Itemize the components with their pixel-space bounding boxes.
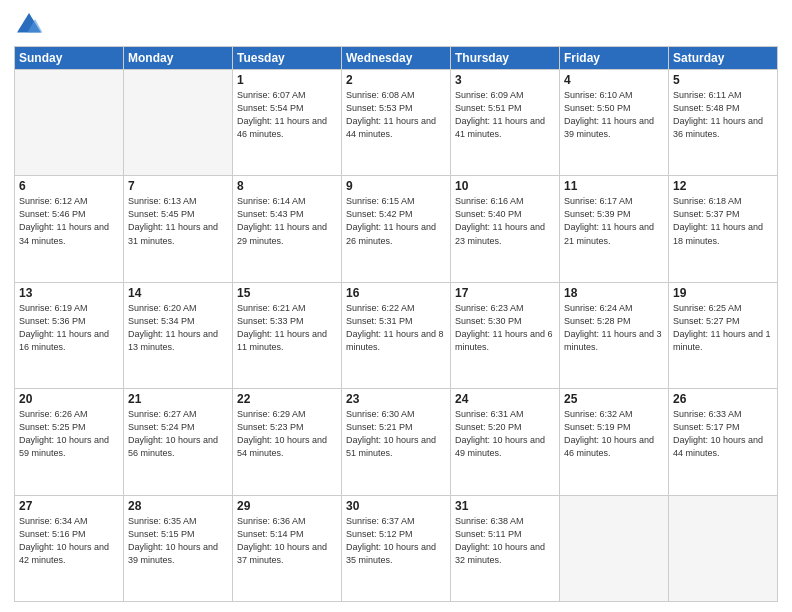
day-number: 22 bbox=[237, 392, 337, 406]
day-info: Sunrise: 6:29 AM Sunset: 5:23 PM Dayligh… bbox=[237, 408, 337, 460]
calendar-day-cell: 7Sunrise: 6:13 AM Sunset: 5:45 PM Daylig… bbox=[124, 176, 233, 282]
day-info: Sunrise: 6:23 AM Sunset: 5:30 PM Dayligh… bbox=[455, 302, 555, 354]
day-number: 7 bbox=[128, 179, 228, 193]
day-number: 18 bbox=[564, 286, 664, 300]
day-number: 21 bbox=[128, 392, 228, 406]
calendar-day-cell: 23Sunrise: 6:30 AM Sunset: 5:21 PM Dayli… bbox=[342, 389, 451, 495]
day-info: Sunrise: 6:18 AM Sunset: 5:37 PM Dayligh… bbox=[673, 195, 773, 247]
weekday-header: Friday bbox=[560, 47, 669, 70]
day-info: Sunrise: 6:35 AM Sunset: 5:15 PM Dayligh… bbox=[128, 515, 228, 567]
day-info: Sunrise: 6:22 AM Sunset: 5:31 PM Dayligh… bbox=[346, 302, 446, 354]
calendar-day-cell: 31Sunrise: 6:38 AM Sunset: 5:11 PM Dayli… bbox=[451, 495, 560, 601]
calendar-day-cell: 14Sunrise: 6:20 AM Sunset: 5:34 PM Dayli… bbox=[124, 282, 233, 388]
day-number: 19 bbox=[673, 286, 773, 300]
day-info: Sunrise: 6:07 AM Sunset: 5:54 PM Dayligh… bbox=[237, 89, 337, 141]
day-info: Sunrise: 6:27 AM Sunset: 5:24 PM Dayligh… bbox=[128, 408, 228, 460]
day-number: 1 bbox=[237, 73, 337, 87]
day-info: Sunrise: 6:20 AM Sunset: 5:34 PM Dayligh… bbox=[128, 302, 228, 354]
day-info: Sunrise: 6:36 AM Sunset: 5:14 PM Dayligh… bbox=[237, 515, 337, 567]
calendar-day-cell: 21Sunrise: 6:27 AM Sunset: 5:24 PM Dayli… bbox=[124, 389, 233, 495]
day-number: 26 bbox=[673, 392, 773, 406]
day-number: 29 bbox=[237, 499, 337, 513]
day-info: Sunrise: 6:34 AM Sunset: 5:16 PM Dayligh… bbox=[19, 515, 119, 567]
day-number: 12 bbox=[673, 179, 773, 193]
day-number: 5 bbox=[673, 73, 773, 87]
calendar-week-row: 27Sunrise: 6:34 AM Sunset: 5:16 PM Dayli… bbox=[15, 495, 778, 601]
day-info: Sunrise: 6:14 AM Sunset: 5:43 PM Dayligh… bbox=[237, 195, 337, 247]
day-info: Sunrise: 6:13 AM Sunset: 5:45 PM Dayligh… bbox=[128, 195, 228, 247]
day-number: 24 bbox=[455, 392, 555, 406]
calendar-week-row: 6Sunrise: 6:12 AM Sunset: 5:46 PM Daylig… bbox=[15, 176, 778, 282]
logo bbox=[14, 10, 46, 40]
calendar-day-cell bbox=[560, 495, 669, 601]
logo-icon bbox=[14, 10, 44, 40]
calendar-day-cell: 9Sunrise: 6:15 AM Sunset: 5:42 PM Daylig… bbox=[342, 176, 451, 282]
calendar-day-cell: 6Sunrise: 6:12 AM Sunset: 5:46 PM Daylig… bbox=[15, 176, 124, 282]
weekday-header: Wednesday bbox=[342, 47, 451, 70]
day-number: 25 bbox=[564, 392, 664, 406]
weekday-header: Monday bbox=[124, 47, 233, 70]
calendar-header: SundayMondayTuesdayWednesdayThursdayFrid… bbox=[15, 47, 778, 70]
day-info: Sunrise: 6:12 AM Sunset: 5:46 PM Dayligh… bbox=[19, 195, 119, 247]
calendar-body: 1Sunrise: 6:07 AM Sunset: 5:54 PM Daylig… bbox=[15, 70, 778, 602]
day-info: Sunrise: 6:38 AM Sunset: 5:11 PM Dayligh… bbox=[455, 515, 555, 567]
day-number: 23 bbox=[346, 392, 446, 406]
day-info: Sunrise: 6:15 AM Sunset: 5:42 PM Dayligh… bbox=[346, 195, 446, 247]
calendar-day-cell bbox=[15, 70, 124, 176]
calendar-day-cell: 25Sunrise: 6:32 AM Sunset: 5:19 PM Dayli… bbox=[560, 389, 669, 495]
calendar-day-cell: 19Sunrise: 6:25 AM Sunset: 5:27 PM Dayli… bbox=[669, 282, 778, 388]
day-number: 14 bbox=[128, 286, 228, 300]
day-info: Sunrise: 6:33 AM Sunset: 5:17 PM Dayligh… bbox=[673, 408, 773, 460]
weekday-header: Tuesday bbox=[233, 47, 342, 70]
calendar-day-cell: 12Sunrise: 6:18 AM Sunset: 5:37 PM Dayli… bbox=[669, 176, 778, 282]
day-number: 13 bbox=[19, 286, 119, 300]
day-number: 6 bbox=[19, 179, 119, 193]
calendar-day-cell: 24Sunrise: 6:31 AM Sunset: 5:20 PM Dayli… bbox=[451, 389, 560, 495]
calendar: SundayMondayTuesdayWednesdayThursdayFrid… bbox=[14, 46, 778, 602]
day-info: Sunrise: 6:32 AM Sunset: 5:19 PM Dayligh… bbox=[564, 408, 664, 460]
day-number: 20 bbox=[19, 392, 119, 406]
calendar-day-cell bbox=[669, 495, 778, 601]
day-info: Sunrise: 6:37 AM Sunset: 5:12 PM Dayligh… bbox=[346, 515, 446, 567]
calendar-day-cell: 27Sunrise: 6:34 AM Sunset: 5:16 PM Dayli… bbox=[15, 495, 124, 601]
weekday-header: Sunday bbox=[15, 47, 124, 70]
day-info: Sunrise: 6:09 AM Sunset: 5:51 PM Dayligh… bbox=[455, 89, 555, 141]
calendar-day-cell: 17Sunrise: 6:23 AM Sunset: 5:30 PM Dayli… bbox=[451, 282, 560, 388]
day-info: Sunrise: 6:25 AM Sunset: 5:27 PM Dayligh… bbox=[673, 302, 773, 354]
day-number: 28 bbox=[128, 499, 228, 513]
day-number: 9 bbox=[346, 179, 446, 193]
calendar-week-row: 13Sunrise: 6:19 AM Sunset: 5:36 PM Dayli… bbox=[15, 282, 778, 388]
weekday-row: SundayMondayTuesdayWednesdayThursdayFrid… bbox=[15, 47, 778, 70]
page: SundayMondayTuesdayWednesdayThursdayFrid… bbox=[0, 0, 792, 612]
calendar-day-cell: 11Sunrise: 6:17 AM Sunset: 5:39 PM Dayli… bbox=[560, 176, 669, 282]
day-number: 31 bbox=[455, 499, 555, 513]
day-info: Sunrise: 6:11 AM Sunset: 5:48 PM Dayligh… bbox=[673, 89, 773, 141]
calendar-day-cell: 29Sunrise: 6:36 AM Sunset: 5:14 PM Dayli… bbox=[233, 495, 342, 601]
calendar-day-cell: 20Sunrise: 6:26 AM Sunset: 5:25 PM Dayli… bbox=[15, 389, 124, 495]
day-info: Sunrise: 6:30 AM Sunset: 5:21 PM Dayligh… bbox=[346, 408, 446, 460]
day-info: Sunrise: 6:31 AM Sunset: 5:20 PM Dayligh… bbox=[455, 408, 555, 460]
day-number: 2 bbox=[346, 73, 446, 87]
day-number: 4 bbox=[564, 73, 664, 87]
calendar-day-cell: 26Sunrise: 6:33 AM Sunset: 5:17 PM Dayli… bbox=[669, 389, 778, 495]
calendar-day-cell: 1Sunrise: 6:07 AM Sunset: 5:54 PM Daylig… bbox=[233, 70, 342, 176]
weekday-header: Saturday bbox=[669, 47, 778, 70]
calendar-day-cell: 15Sunrise: 6:21 AM Sunset: 5:33 PM Dayli… bbox=[233, 282, 342, 388]
calendar-week-row: 20Sunrise: 6:26 AM Sunset: 5:25 PM Dayli… bbox=[15, 389, 778, 495]
day-number: 27 bbox=[19, 499, 119, 513]
day-info: Sunrise: 6:21 AM Sunset: 5:33 PM Dayligh… bbox=[237, 302, 337, 354]
calendar-day-cell: 30Sunrise: 6:37 AM Sunset: 5:12 PM Dayli… bbox=[342, 495, 451, 601]
calendar-day-cell: 4Sunrise: 6:10 AM Sunset: 5:50 PM Daylig… bbox=[560, 70, 669, 176]
calendar-day-cell: 28Sunrise: 6:35 AM Sunset: 5:15 PM Dayli… bbox=[124, 495, 233, 601]
day-number: 17 bbox=[455, 286, 555, 300]
calendar-day-cell: 18Sunrise: 6:24 AM Sunset: 5:28 PM Dayli… bbox=[560, 282, 669, 388]
day-number: 15 bbox=[237, 286, 337, 300]
day-number: 30 bbox=[346, 499, 446, 513]
calendar-day-cell: 10Sunrise: 6:16 AM Sunset: 5:40 PM Dayli… bbox=[451, 176, 560, 282]
header bbox=[14, 10, 778, 40]
day-number: 3 bbox=[455, 73, 555, 87]
day-number: 8 bbox=[237, 179, 337, 193]
calendar-day-cell: 16Sunrise: 6:22 AM Sunset: 5:31 PM Dayli… bbox=[342, 282, 451, 388]
day-info: Sunrise: 6:16 AM Sunset: 5:40 PM Dayligh… bbox=[455, 195, 555, 247]
calendar-day-cell: 8Sunrise: 6:14 AM Sunset: 5:43 PM Daylig… bbox=[233, 176, 342, 282]
